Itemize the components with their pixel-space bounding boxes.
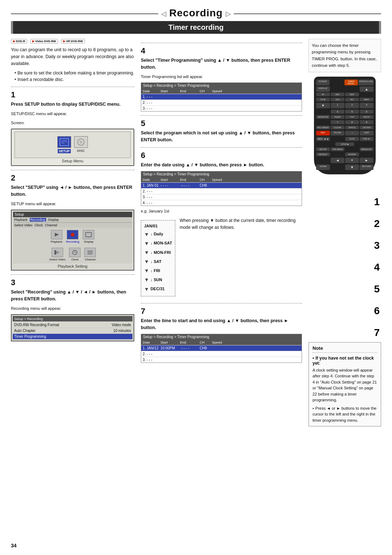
page: ◁ Recording ▷ Timer recording ▶DVD-R ▶Vi… — [0, 0, 392, 555]
step1-body: SETUP/DISC menu will appear. — [11, 111, 134, 117]
remote-play-btn[interactable]: PLAY — [345, 137, 359, 141]
timer-prog-table3: Setup > Recording > Timer Programming Da… — [141, 334, 302, 363]
remote-skip-btn[interactable]: SKIP — [360, 131, 373, 135]
remote-return-btn[interactable]: RETURN — [360, 165, 373, 170]
remote-7-btn[interactable]: 7 — [331, 120, 344, 124]
step-numbers-right: 1 2 3 4 5 6 7 — [309, 196, 381, 339]
step-num-right-4: 4 — [374, 262, 380, 273]
setup-icons-row: Playback Recording Display — [13, 228, 132, 246]
remote-def-btn[interactable]: DEF — [345, 93, 359, 96]
remote-repeat-btn[interactable]: REPEAT — [316, 153, 330, 156]
remote-rev-btn[interactable]: REV ◄◄ — [316, 137, 330, 141]
remote-enter-btn[interactable]: ENTER — [345, 153, 359, 156]
remote-b-btn[interactable]: B! — [316, 93, 330, 96]
calendar-progression: JAN/01 ▼ ↓ Daily ▼ ↓ MON-SAT ▼ ↓ MON-FRI — [141, 220, 175, 296]
remote-up-btn[interactable]: ▲ — [360, 86, 373, 92]
step-num-right-1: 1 — [374, 196, 380, 208]
remote-clear-btn[interactable]: CLEAR — [331, 126, 344, 129]
main-layout: ▶DVD-R ▶Video DVD-RW ▶VR DVD-RW You can … — [11, 39, 381, 426]
setup-screen-label: Setup Menu — [15, 159, 131, 163]
timer-note-text: You can choose the timer programming men… — [312, 42, 378, 69]
step1-sub: Screen: — [11, 120, 134, 126]
remote-rec-btn[interactable]: REC — [316, 131, 330, 135]
remote-monitor-btn[interactable]: MONITOR — [316, 115, 330, 119]
step5-heading: Select the program which is not set up u… — [141, 130, 302, 143]
remote-down-btn[interactable]: ▼ — [316, 103, 330, 108]
remote-jkl-btn[interactable]: JKL — [345, 98, 359, 101]
remote-num-row1: B! ABC DEF — [316, 93, 373, 96]
setup-icon-playback: Playback — [51, 230, 62, 243]
remote-mno-btn[interactable]: MNO — [360, 98, 373, 101]
rec-row-2: Auto Chapter 10 minutes — [13, 328, 132, 334]
remote-9-btn[interactable]: 9 — [360, 120, 373, 124]
timer-table1-row2: 2. - - - — [141, 100, 302, 105]
remote-abc-btn[interactable]: ABC — [331, 93, 344, 96]
remote-4-btn[interactable]: 4 — [331, 110, 344, 114]
svg-point-8 — [71, 233, 74, 236]
remote-cmskip-btn[interactable]: CM SKIP — [360, 126, 373, 129]
remote-fnd-btn[interactable]: FND ► — [360, 137, 373, 141]
remote-pqrs-btn[interactable]: PQRS — [331, 115, 344, 119]
svg-rect-9 — [86, 232, 91, 237]
note-bullet2: •Press ◄ or ► buttons to move the cursor… — [313, 405, 377, 424]
remote-timer-prog-btn[interactable]: TIMER PROG. — [344, 80, 358, 85]
remote-dpad-row: ◄ ● ► — [316, 158, 373, 163]
disc-badge-dvdrw-video: ▶Video DVD-RW — [30, 39, 58, 44]
timer-table3-row3: 3. - - - — [141, 357, 302, 362]
remote-stop-btn[interactable]: STOP ■ — [335, 142, 354, 146]
remote-setup-btn[interactable]: SETUP — [316, 147, 330, 151]
remote-topmenu-btn[interactable]: TOP MENU — [331, 147, 344, 151]
remote-center-btn[interactable]: ● — [345, 158, 359, 163]
setup-menu2-footer: Playback Setting — [13, 264, 132, 268]
timer-table2-row3: 3. - - - — [141, 194, 302, 200]
remote-control: POWER TIMER PROG. OPEN/CLOSE DISPLAY ▲ B… — [314, 77, 376, 174]
remote-space-btn[interactable]: SPACE — [345, 126, 359, 129]
remote-nav-down-btn[interactable]: ▼ — [345, 165, 359, 170]
cal-item-dec31: ▼ DEC/31 — [144, 285, 172, 294]
remote-right-btn[interactable]: ► — [360, 158, 373, 163]
remote-menulist-btn[interactable]: MENU/LIST — [360, 147, 373, 151]
timer-table2-row1: 1. JAN 01 - - - - →- - - CH8 — [141, 182, 302, 188]
step3-body: Recording menu will appear. — [11, 305, 134, 312]
remote-recspeed-btn[interactable]: REC SPEED — [316, 126, 330, 129]
remote-2-btn[interactable]: 2 — [345, 103, 359, 108]
remote-1-btn[interactable]: 1 — [331, 103, 344, 108]
timer-table2-row4: 4. - - - — [141, 200, 302, 206]
remote-5-btn[interactable]: 5 — [345, 110, 359, 114]
disc-badge-dvdr: ▶DVD-R — [11, 39, 27, 44]
step-num-right-7: 7 — [374, 327, 380, 339]
remote-wxyz-btn[interactable]: WXYZ — [360, 115, 373, 119]
svg-line-6 — [78, 139, 84, 145]
middle-column: 4 Select "Timer Programming" using ▲ / ▼… — [141, 39, 302, 426]
sep-4 — [141, 42, 302, 43]
remote-3-btn[interactable]: 3 — [360, 103, 373, 108]
step-num-right-6: 6 — [374, 305, 380, 317]
svg-rect-11 — [54, 250, 56, 255]
setup-menu2-tabs: Playback Recording Display — [13, 217, 132, 223]
remote-pause-btn[interactable]: PAUSE — [331, 131, 344, 135]
svg-marker-7 — [55, 233, 59, 236]
page-title: Recording — [169, 7, 222, 19]
disc-icon-svg — [76, 138, 86, 146]
remote-power-btn[interactable]: POWER — [316, 80, 330, 85]
remote-recspeed-row: REC SPEED CLEAR SPACE CM SKIP — [316, 126, 373, 129]
remote-left-btn[interactable]: ◄ — [331, 158, 344, 163]
disc-badge-dvdrw-vr: ▶VR DVD-RW — [61, 39, 85, 44]
remote-8-btn[interactable]: 8 — [345, 120, 359, 124]
step-num-right-2: 2 — [374, 218, 380, 230]
step3-heading: Select "Recording" using ▲ / ▼ / ◄ / ► b… — [11, 289, 134, 303]
remote-display-btn[interactable]: DISPLAY — [316, 86, 330, 92]
setup-menu-screen: Setup Playback Recording Display Select … — [11, 210, 134, 271]
remote-ch-down-btn[interactable]: CH▼ — [316, 98, 330, 101]
page-number: 34 — [11, 543, 17, 548]
remote-tuv-btn[interactable]: TUV — [345, 115, 359, 119]
remote-open-close-btn[interactable]: OPEN/CLOSE — [359, 80, 373, 85]
remote-6-btn[interactable]: 6 — [360, 110, 373, 114]
timer-table3-row1: 1. JAN/12 10:00PM →- - - CH8 — [141, 345, 302, 351]
remote-fwd-btn[interactable]: → — [345, 131, 359, 135]
remote-ghi-btn[interactable]: GHI — [331, 98, 344, 101]
setup-disc-menu: SETUP DISC — [18, 134, 127, 155]
step3-num: 3 — [11, 278, 134, 287]
step2-heading: Select "SETUP" using ◄ / ► buttons, then… — [11, 184, 134, 198]
remote-zoom-btn[interactable]: ZOOM — [316, 165, 330, 170]
